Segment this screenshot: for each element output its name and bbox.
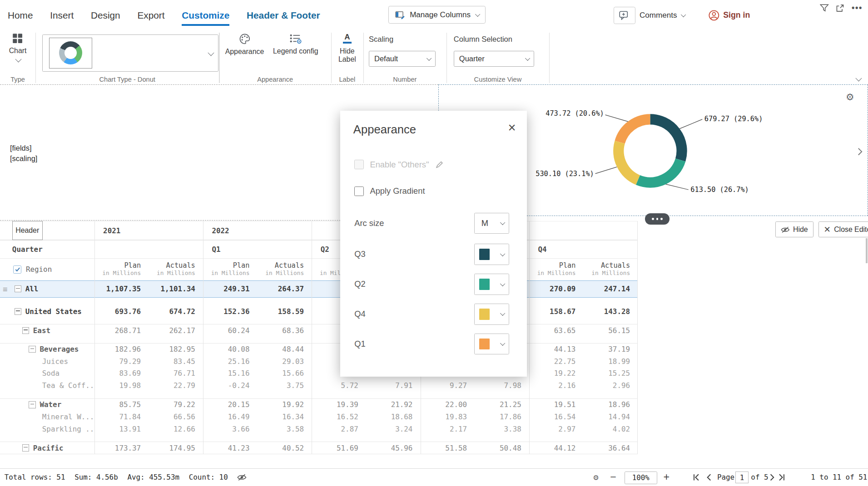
- chevron-down-icon: [500, 220, 505, 225]
- first-page-icon[interactable]: [692, 474, 699, 481]
- add-comment-button[interactable]: [614, 7, 635, 25]
- hide-label-button[interactable]: A HideLabel: [333, 33, 362, 64]
- table-cell: 270.09: [529, 285, 584, 293]
- hide-button[interactable]: Hide: [775, 221, 813, 237]
- collapse-icon[interactable]: [15, 308, 21, 315]
- col-header-2022[interactable]: 2022: [212, 221, 229, 241]
- chart-more-button[interactable]: [645, 213, 670, 224]
- chart-type-button[interactable]: Chart: [3, 33, 32, 62]
- eye-off-icon[interactable]: [237, 474, 247, 481]
- row-label: United States: [0, 307, 94, 316]
- table-row-united-states[interactable]: United States693.76674.72152.36158.59158…: [0, 305, 638, 318]
- scaling-dropdown[interactable]: Default: [369, 51, 436, 66]
- appearance-dialog: Appearance × Enable "Others" Apply Gradi…: [340, 111, 527, 377]
- more-options-icon[interactable]: •••: [852, 4, 863, 12]
- menu-item-insert[interactable]: Insert: [50, 10, 74, 21]
- check-icon: [15, 267, 20, 272]
- next-page-icon[interactable]: [769, 474, 776, 481]
- manage-columns-button[interactable]: Manage Columns: [388, 6, 486, 24]
- collapse-icon[interactable]: [15, 285, 21, 292]
- appearance-button[interactable]: Appearance: [223, 33, 266, 56]
- col-header-q1[interactable]: Q1: [212, 241, 220, 259]
- table-cell: 18.99: [583, 357, 638, 366]
- legend-config-icon: [289, 33, 302, 44]
- table-row-tea-coff[interactable]: Tea & Coff...19.9822.79-0.243.755.727.91…: [0, 379, 638, 392]
- arc-size-dropdown[interactable]: M: [474, 213, 509, 234]
- column-selection-dropdown[interactable]: Quarter: [454, 51, 534, 66]
- zoom-level[interactable]: 100%: [625, 471, 657, 484]
- canvas-dashed-top: [0, 84, 438, 85]
- table-cell: 66.56: [149, 412, 203, 421]
- region-checkbox[interactable]: [13, 265, 21, 274]
- table-row-pacific[interactable]: Pacific173.37174.9541.2340.5251.6945.965…: [0, 442, 638, 454]
- tab-header-footer[interactable]: Header & Footer: [247, 10, 320, 21]
- color-dropdown-q1[interactable]: [474, 334, 509, 354]
- legend-config-button[interactable]: Legend config: [269, 33, 322, 55]
- menu-item-export[interactable]: Export: [137, 10, 164, 21]
- settings-gear-icon[interactable]: ⚙: [594, 469, 599, 486]
- menu-item-design[interactable]: Design: [91, 10, 120, 21]
- last-page-icon[interactable]: [779, 474, 786, 481]
- table-row-east[interactable]: East268.71262.1760.2468.3663.6556.15: [0, 324, 638, 336]
- color-dropdown-q4[interactable]: [474, 304, 509, 324]
- measure-header-actuals: Actualsin Millions: [258, 259, 312, 280]
- collapse-icon[interactable]: [22, 444, 29, 451]
- sign-in-button[interactable]: Sign in: [708, 0, 750, 30]
- row-field-quarter[interactable]: Quarter: [12, 241, 43, 259]
- table-row-soda[interactable]: Soda83.6976.7115.1615.6619.2215.25: [0, 368, 638, 380]
- table-cell: 143.28: [583, 307, 638, 316]
- close-editor-label: Close Editor: [834, 226, 868, 234]
- appearance-label: Appearance: [225, 48, 264, 56]
- table-cell: 44.13: [529, 345, 584, 353]
- manage-columns-label: Manage Columns: [410, 10, 471, 20]
- dialog-close-icon[interactable]: ×: [508, 121, 516, 134]
- page-number-input[interactable]: 1: [735, 471, 749, 483]
- measure-header-plan: Planin Millions: [94, 259, 149, 280]
- color-dropdown-q3[interactable]: [474, 244, 509, 265]
- zoom-in-button[interactable]: +: [663, 469, 670, 486]
- scrollbar-thumb[interactable]: [866, 238, 868, 263]
- col-header-2021[interactable]: 2021: [103, 221, 120, 241]
- table-row-mineral-w[interactable]: Mineral W...71.8466.5616.4916.3416.5218.…: [0, 411, 638, 423]
- donut-icon: [59, 41, 82, 64]
- tab-customize[interactable]: Customize: [182, 10, 229, 21]
- comments-button[interactable]: Comments: [640, 0, 684, 30]
- close-editor-button[interactable]: ✕ Close Editor: [818, 221, 868, 237]
- table-cell: 40.52: [258, 444, 312, 452]
- group-label-type: Type: [0, 76, 35, 83]
- chart-type-selector[interactable]: [42, 34, 218, 72]
- table-cell: 41.23: [203, 444, 258, 452]
- table-cell: 674.72: [149, 307, 203, 316]
- header-button[interactable]: Header: [12, 221, 43, 240]
- table-cell: 12.66: [149, 425, 203, 433]
- chart-settings-gear-icon[interactable]: ⚙: [846, 93, 854, 102]
- col-header-q4[interactable]: Q4: [538, 241, 546, 259]
- enable-others-checkbox[interactable]: Enable "Others": [354, 160, 443, 170]
- scroll-right-icon[interactable]: [858, 147, 863, 156]
- table-cell: 2.87: [312, 425, 366, 433]
- color-dropdown-q2[interactable]: [474, 274, 509, 295]
- row-field-region[interactable]: Region: [13, 259, 52, 280]
- collapse-icon[interactable]: [29, 401, 35, 408]
- collapse-ribbon-icon[interactable]: [856, 75, 862, 81]
- table-row-water[interactable]: Water85.7579.2220.1519.9219.3921.9222.00…: [0, 398, 638, 411]
- col-header-q2[interactable]: Q2: [321, 241, 329, 259]
- zoom-out-button[interactable]: −: [610, 469, 616, 486]
- table-row-juices[interactable]: Juices79.2983.4525.1629.0322.7518.99: [0, 355, 638, 368]
- chart-label-q1: 473.72 (20.6%): [535, 109, 604, 118]
- fields-placeholder: [fields]: [10, 143, 37, 153]
- apply-gradient-checkbox[interactable]: Apply Gradient: [354, 186, 425, 196]
- drag-handle-icon[interactable]: ≡: [3, 285, 7, 293]
- prev-page-icon[interactable]: [705, 474, 713, 481]
- expand-icon[interactable]: [836, 4, 844, 12]
- collapse-icon[interactable]: [22, 327, 29, 334]
- table-row-all[interactable]: ≡All1,107.351,101.34249.31264.37270.0924…: [0, 280, 638, 298]
- table-row-sparkling[interactable]: Sparkling ...13.9112.663.663.582.873.242…: [0, 423, 638, 435]
- filter-icon[interactable]: [820, 4, 829, 12]
- collapse-icon[interactable]: [29, 346, 35, 353]
- sign-in-label: Sign in: [723, 10, 750, 20]
- table-cell: 83.69: [94, 369, 149, 378]
- table-row-beverages[interactable]: Beverages182.96182.9540.0848.4444.1337.1…: [0, 343, 638, 355]
- table-cell: 2.17: [421, 425, 475, 433]
- menu-item-home[interactable]: Home: [8, 10, 33, 21]
